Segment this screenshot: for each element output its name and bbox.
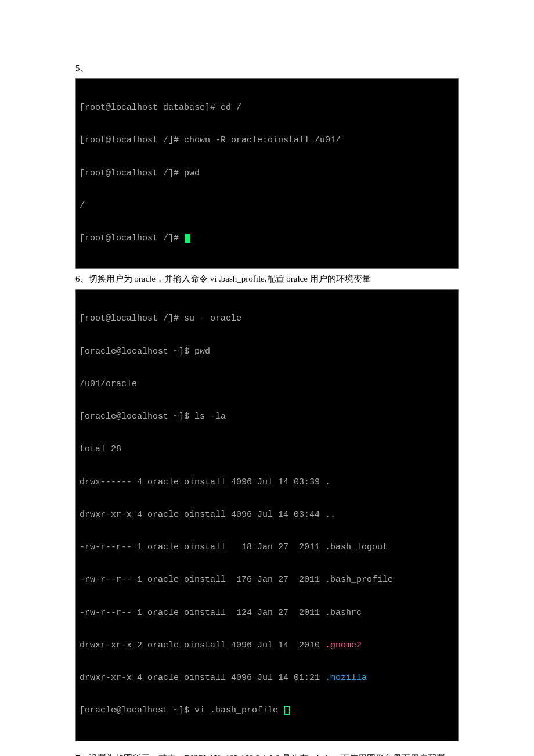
mozilla-dir: .mozilla bbox=[325, 673, 367, 683]
perm-text: drwxr-xr-x 2 oracle oinstall 4096 Jul 14… bbox=[80, 640, 325, 650]
term2-line: [root@localhost /]# su - oracle bbox=[80, 314, 454, 325]
term1-prompt: [root@localhost /]# bbox=[80, 233, 184, 243]
term1-line: [root@localhost /]# pwd bbox=[80, 168, 454, 179]
term1-line: [root@localhost /]# bbox=[80, 233, 454, 244]
section-5-label: 5、 bbox=[75, 62, 459, 75]
term2-line: drwx------ 4 oracle oinstall 4096 Jul 14… bbox=[80, 477, 454, 488]
term2-line: [oracle@localhost ~]$ pwd bbox=[80, 347, 454, 358]
term2-line: drwxr-xr-x 2 oracle oinstall 4096 Jul 14… bbox=[80, 640, 454, 651]
section-6-label: 6、切换用户为 oracle，并输入命令 vi .bash_profile,配置… bbox=[75, 272, 459, 286]
terminal-block-2: [root@localhost /]# su - oracle [oracle@… bbox=[75, 289, 459, 741]
cursor-outline-icon bbox=[284, 706, 290, 715]
term2-line: -rw-r--r-- 1 oracle oinstall 124 Jan 27 … bbox=[80, 608, 454, 619]
term2-line: -rw-r--r-- 1 oracle oinstall 176 Jan 27 … bbox=[80, 575, 454, 586]
perm-text: drwxr-xr-x 4 oracle oinstall 4096 Jul 14… bbox=[80, 673, 325, 683]
term2-line: total 28 bbox=[80, 444, 454, 455]
term1-line: / bbox=[80, 201, 454, 212]
term1-line: [root@localhost database]# cd / bbox=[80, 103, 454, 114]
terminal-block-1: [root@localhost database]# cd / [root@lo… bbox=[75, 78, 459, 269]
term2-line: -rw-r--r-- 1 oracle oinstall 18 Jan 27 2… bbox=[80, 542, 454, 553]
gnome2-dir: .gnome2 bbox=[325, 640, 362, 650]
term2-line: [oracle@localhost ~]$ ls -la bbox=[80, 412, 454, 423]
section-7-label: 7、设置为如图所示，其中，DISPLAY=192.168.2.1:0.0 是为在… bbox=[75, 752, 459, 757]
term2-line: [oracle@localhost ~]$ vi .bash_profile bbox=[80, 705, 454, 717]
term2-prompt: [oracle@localhost ~]$ vi .bash_profile bbox=[80, 705, 283, 715]
term2-line: drwxr-xr-x 4 oracle oinstall 4096 Jul 14… bbox=[80, 510, 454, 521]
cursor-icon bbox=[185, 234, 190, 243]
term2-line: /u01/oracle bbox=[80, 379, 454, 390]
term1-line: [root@localhost /]# chown -R oracle:oins… bbox=[80, 135, 454, 146]
term2-line: drwxr-xr-x 4 oracle oinstall 4096 Jul 14… bbox=[80, 673, 454, 684]
document-page: 5、 [root@localhost database]# cd / [root… bbox=[0, 0, 534, 756]
